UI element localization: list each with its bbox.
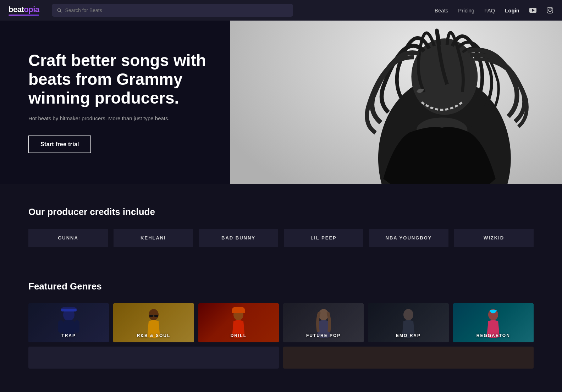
featured-genres-title: Featured Genres bbox=[28, 281, 534, 292]
genre-label-trap: TRAP bbox=[61, 333, 76, 338]
svg-point-6 bbox=[551, 9, 552, 9]
artist-badge-kehlani[interactable]: KEHLANI bbox=[114, 229, 193, 247]
artist-silhouette bbox=[230, 21, 562, 184]
artist-badge-nba-youngboy[interactable]: NBA YOUNGBOY bbox=[369, 229, 448, 247]
genre-card-drill[interactable]: DRILL bbox=[198, 303, 279, 342]
artist-badge-gunna[interactable]: GUNNA bbox=[28, 229, 108, 247]
svg-rect-4 bbox=[547, 7, 553, 13]
hero-image bbox=[230, 21, 562, 184]
youtube-icon[interactable] bbox=[529, 7, 536, 14]
start-trial-button[interactable]: Start free trial bbox=[28, 136, 91, 153]
genre-card-more-1[interactable] bbox=[28, 347, 279, 369]
navbar: beatopia Beats Pricing FAQ Login bbox=[0, 0, 562, 21]
producer-credits-section: Our producer credits include GUNNA KEHLA… bbox=[0, 184, 562, 264]
genre-label-drill: DRILL bbox=[231, 333, 247, 338]
genre-card-futurepop[interactable]: FUTURE POP bbox=[283, 303, 364, 342]
genre-card-more-2[interactable] bbox=[283, 347, 534, 369]
hero-title: Craft better songs with beats from Gramm… bbox=[28, 51, 209, 107]
genre-label-rnb: R&B & SOUL bbox=[137, 333, 171, 338]
genre-label-emorap: EMO RAP bbox=[396, 333, 421, 338]
genre-card-emorap[interactable]: EMO RAP bbox=[368, 303, 448, 342]
nav-links: Beats Pricing FAQ Login bbox=[435, 7, 553, 14]
svg-point-5 bbox=[549, 9, 551, 12]
nav-faq[interactable]: FAQ bbox=[484, 7, 495, 13]
svg-point-28 bbox=[319, 309, 329, 320]
genre-card-rnb[interactable]: R&B & SOUL bbox=[113, 303, 194, 342]
svg-point-29 bbox=[403, 309, 413, 320]
hero-subtitle: Hot beats by hitmaker producers. More th… bbox=[28, 115, 209, 123]
svg-point-21 bbox=[149, 309, 159, 320]
artist-photo bbox=[230, 21, 562, 184]
instagram-icon[interactable] bbox=[546, 7, 553, 14]
svg-rect-18 bbox=[75, 320, 79, 333]
svg-line-1 bbox=[60, 11, 61, 12]
artist-badge-bad-bunny[interactable]: BAD BUNNY bbox=[199, 229, 278, 247]
artist-badge-lil-peep[interactable]: LIL PEEP bbox=[284, 229, 363, 247]
genre-card-trap[interactable]: TRAP bbox=[28, 303, 109, 342]
svg-rect-27 bbox=[232, 310, 245, 313]
genres-bottom-row bbox=[28, 347, 534, 369]
search-input[interactable] bbox=[65, 7, 288, 13]
svg-rect-22 bbox=[149, 315, 153, 317]
genre-label-reggaeton: REGGAETON bbox=[476, 333, 510, 338]
svg-rect-20 bbox=[61, 309, 77, 311]
genre-grid: TRAP R&B & SOUL bbox=[28, 303, 534, 342]
logo[interactable]: beatopia bbox=[9, 5, 39, 16]
artist-badge-wizkid[interactable]: WIZKID bbox=[454, 229, 534, 247]
nav-beats[interactable]: Beats bbox=[435, 7, 448, 13]
producer-credits-title: Our producer credits include bbox=[28, 206, 534, 217]
search-icon bbox=[57, 8, 62, 13]
featured-genres-section: Featured Genres TRAP bbox=[0, 264, 562, 383]
genre-card-reggaeton[interactable]: REGGAETON bbox=[453, 303, 534, 342]
artist-badges-list: GUNNA KEHLANI BAD BUNNY LIL PEEP NBA YOU… bbox=[28, 229, 534, 247]
hero-section: Craft better songs with beats from Gramm… bbox=[0, 21, 562, 184]
svg-rect-23 bbox=[154, 315, 158, 317]
nav-login[interactable]: Login bbox=[505, 7, 519, 13]
hero-left: Craft better songs with beats from Gramm… bbox=[0, 21, 230, 184]
svg-rect-17 bbox=[58, 320, 63, 333]
genre-label-futurepop: FUTURE POP bbox=[306, 333, 341, 338]
nav-pricing[interactable]: Pricing bbox=[458, 7, 474, 13]
search-bar[interactable] bbox=[52, 4, 293, 17]
